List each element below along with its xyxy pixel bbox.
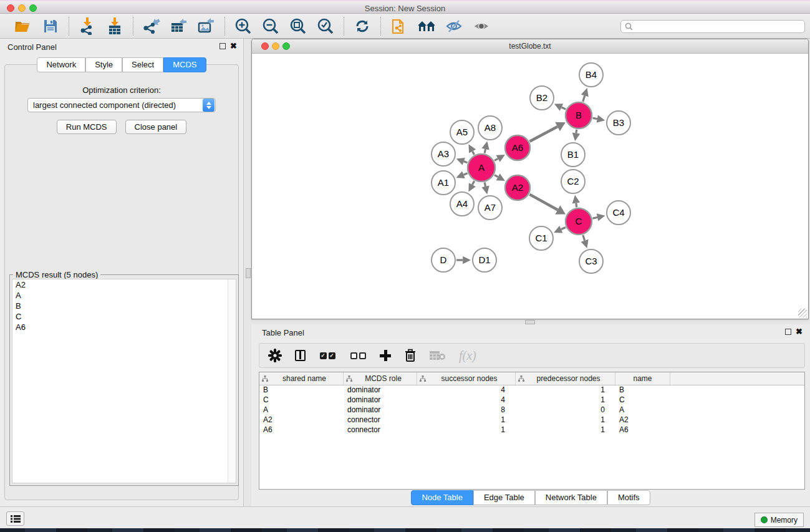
zoom-selected-icon[interactable] <box>315 16 336 36</box>
network-window-titlebar[interactable]: testGlobe.txt <box>252 39 808 54</box>
table-row[interactable]: Bdominator41B <box>259 385 804 395</box>
run-mcds-button[interactable]: Run MCDS <box>57 120 117 134</box>
table-cell[interactable]: C <box>615 395 670 405</box>
table-cell[interactable]: 1 <box>516 415 615 425</box>
hide-all-columns-icon[interactable] <box>349 348 367 363</box>
import-table-icon[interactable] <box>104 16 125 36</box>
column-header-shared-name[interactable]: shared name <box>259 372 344 385</box>
save-session-icon[interactable] <box>40 16 61 36</box>
table-cell[interactable]: 4 <box>417 395 516 405</box>
export-image-icon[interactable] <box>196 16 217 36</box>
search-field[interactable] <box>620 20 805 33</box>
add-column-icon[interactable] <box>380 348 391 363</box>
table-cell[interactable]: 1 <box>417 425 516 435</box>
memory-button[interactable]: Memory <box>755 513 804 527</box>
table-cell[interactable]: 1 <box>516 385 615 395</box>
table-cell[interactable]: 1 <box>516 425 615 435</box>
list-scrollbar[interactable] <box>228 279 236 483</box>
tab-network[interactable]: Network <box>37 57 85 72</box>
table-cell[interactable]: A <box>615 405 670 415</box>
table-body: Bdominator41BCdominator41CAdominator80AA… <box>259 385 804 435</box>
tab-style[interactable]: Style <box>85 57 122 72</box>
table-row[interactable]: A2connector11A2 <box>259 415 804 425</box>
graph-node-label: C <box>576 216 582 226</box>
table-cell[interactable]: A2 <box>259 415 344 425</box>
tab-mcds[interactable]: MCDS <box>163 57 206 72</box>
zoom-in-icon[interactable] <box>233 16 254 36</box>
hide-eye-icon[interactable] <box>443 16 465 36</box>
table-cell[interactable]: A <box>259 405 344 415</box>
graph-node-label: A2 <box>512 182 523 193</box>
mcds-result-item[interactable]: A2 <box>12 279 236 290</box>
close-table-panel-icon[interactable]: ✖ <box>796 327 803 336</box>
window-resize-grip[interactable] <box>798 309 807 317</box>
tab-network-table[interactable]: Network Table <box>535 490 607 505</box>
zoom-out-icon[interactable] <box>260 16 281 36</box>
table-cell[interactable]: A6 <box>259 425 344 435</box>
table-cell[interactable]: B <box>259 385 344 395</box>
column-header-name[interactable]: name <box>615 372 670 385</box>
open-file-icon[interactable] <box>12 16 34 36</box>
table-cell[interactable]: 1 <box>516 395 615 405</box>
table-cell[interactable]: 1 <box>417 415 516 425</box>
tab-node-table[interactable]: Node Table <box>411 490 473 505</box>
home-views-icon[interactable] <box>416 16 437 36</box>
close-panel-icon[interactable]: ✖ <box>230 41 237 51</box>
zoom-fit-icon[interactable] <box>287 16 309 36</box>
column-header-MCDS-role[interactable]: MCDS role <box>344 372 417 385</box>
table-cell[interactable]: B <box>615 385 670 395</box>
table-cell[interactable]: 0 <box>516 405 615 415</box>
delete-column-icon[interactable] <box>404 348 417 363</box>
edge-arrowhead <box>481 141 489 150</box>
edge-A-A8 <box>485 149 485 153</box>
export-table-icon[interactable] <box>168 16 190 36</box>
table-row[interactable]: Adominator80A <box>259 405 804 415</box>
table-panel-tabs: Node TableEdge TableNetwork TableMotifs <box>251 490 810 505</box>
table-cell[interactable]: A6 <box>615 425 670 435</box>
vertical-split-grip[interactable] <box>246 268 251 278</box>
edge-arrowhead <box>581 88 589 97</box>
column-type-icon <box>262 375 268 382</box>
network-file-icon[interactable] <box>388 16 410 36</box>
mcds-result-item[interactable]: A6 <box>12 322 236 332</box>
select-columns-icon[interactable] <box>295 348 306 363</box>
tab-edge-table[interactable]: Edge Table <box>473 490 535 505</box>
table-row[interactable]: A6connector11A6 <box>259 425 804 435</box>
table-cell[interactable]: 8 <box>417 405 516 415</box>
graph-node-label: D1 <box>478 254 490 265</box>
mcds-result-item[interactable]: B <box>12 301 236 311</box>
float-table-panel-icon[interactable] <box>785 329 791 335</box>
table-cell[interactable]: connector <box>344 425 417 435</box>
tab-motifs[interactable]: Motifs <box>607 490 650 505</box>
mcds-result-item[interactable]: C <box>12 311 236 322</box>
table-cell[interactable]: dominator <box>344 395 417 405</box>
import-network-icon[interactable] <box>77 16 98 36</box>
mcds-result-item[interactable]: A <box>12 290 236 301</box>
horizontal-split-grip[interactable] <box>525 320 535 324</box>
search-input[interactable] <box>635 22 801 31</box>
table-cell[interactable]: connector <box>344 415 417 425</box>
column-header-successor-nodes[interactable]: successor nodes <box>417 372 516 385</box>
tab-select[interactable]: Select <box>122 57 163 72</box>
desktop-background <box>0 528 810 532</box>
table-cell[interactable]: 4 <box>417 385 516 395</box>
graph-node-label: A8 <box>485 122 496 133</box>
criterion-dropdown[interactable]: largest connected component (directed) <box>27 98 216 112</box>
graph-node-label: A6 <box>512 142 523 153</box>
show-eye-icon[interactable] <box>471 16 492 36</box>
table-settings-gear-icon[interactable] <box>268 348 282 363</box>
network-canvas[interactable]: B4B2BB3A5A8A6B1A3AA1C2A2A4A7C4CC1C3DD1 <box>252 54 808 319</box>
refresh-icon[interactable] <box>352 16 373 36</box>
column-header-predecessor-nodes[interactable]: predecessor nodes <box>516 372 615 385</box>
float-panel-icon[interactable] <box>219 43 226 49</box>
close-panel-button[interactable]: Close panel <box>125 120 187 134</box>
table-cell[interactable]: dominator <box>344 405 417 415</box>
table-cell[interactable]: C <box>259 395 344 405</box>
mcds-result-list[interactable]: A2ABCA6 <box>12 279 236 483</box>
task-history-button[interactable] <box>6 511 24 526</box>
show-all-columns-icon[interactable]: ✓✓ <box>319 348 336 363</box>
table-cell[interactable]: A2 <box>615 415 670 425</box>
table-cell[interactable]: dominator <box>344 385 417 395</box>
table-row[interactable]: Cdominator41C <box>259 395 804 405</box>
export-network-icon[interactable] <box>141 16 162 36</box>
